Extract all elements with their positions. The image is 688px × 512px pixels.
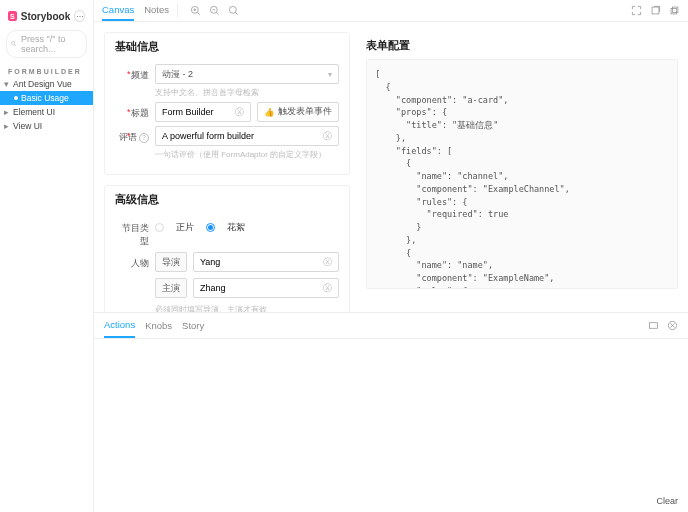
card-title-basic: 基础信息: [105, 33, 349, 60]
channel-hint: 支持中文名、拼音首字母检索: [155, 87, 339, 98]
brand-title: Storybook: [21, 11, 70, 22]
person-hint: 必须同时填写导演、主演才有效: [155, 304, 339, 312]
addon-tab-knobs[interactable]: Knobs: [145, 314, 172, 337]
json-output[interactable]: [ { "component": "a-card", "props": { "t…: [366, 59, 678, 289]
label-comment: 评语?: [115, 126, 155, 144]
clear-icon[interactable]: ⓧ: [323, 282, 332, 295]
caret-down-icon: ▾: [4, 79, 10, 89]
radio-opt2[interactable]: [206, 223, 215, 232]
zoom-reset-icon[interactable]: [228, 5, 239, 16]
card-title-config: 表单配置: [366, 32, 678, 59]
svg-rect-5: [672, 7, 678, 13]
caret-right-icon: ▸: [4, 107, 10, 117]
addon-orientation-icon[interactable]: [648, 320, 659, 331]
sidebar-menu-button[interactable]: ⋯: [74, 10, 85, 22]
copy-link-icon[interactable]: [669, 5, 680, 16]
caret-right-icon: ▸: [4, 121, 10, 131]
search-icon: [11, 40, 17, 48]
search-placeholder: Press "/" to search...: [21, 34, 82, 54]
actor-input[interactable]: ⓧ: [193, 278, 339, 298]
clear-icon[interactable]: ⓧ: [323, 130, 332, 143]
main: Canvas Notes 基础信息: [94, 0, 688, 512]
canvas-area: 基础信息 频道 动漫 - 2▾ 支持中文名、拼音首字母检索 标题: [94, 22, 688, 312]
addons-panel: Actions Knobs Story Clear: [94, 312, 688, 512]
addon-tab-story[interactable]: Story: [182, 314, 204, 337]
sidebar: S Storybook ⋯ Press "/" to search... FOR…: [0, 0, 94, 512]
addon-tab-actions[interactable]: Actions: [104, 313, 135, 338]
help-icon[interactable]: ?: [139, 133, 149, 143]
sidebar-item-antdesign[interactable]: ▾Ant Design Vue: [0, 77, 93, 91]
tag-director: 导演: [155, 252, 187, 272]
svg-rect-4: [671, 8, 677, 14]
title-input[interactable]: ⓧ: [155, 102, 251, 122]
label-channel: 频道: [115, 64, 155, 82]
sidebar-item-element-ui[interactable]: ▸Element UI: [0, 105, 93, 119]
clear-button[interactable]: Clear: [656, 496, 678, 506]
chevron-down-icon: ▾: [328, 70, 332, 79]
thumb-icon: 👍: [264, 107, 275, 117]
topbar: Canvas Notes: [94, 0, 688, 22]
story-dot-icon: [14, 96, 18, 100]
zoom-in-icon[interactable]: [190, 5, 201, 16]
svg-rect-3: [652, 7, 659, 14]
sidebar-item-view-ui[interactable]: ▸View UI: [0, 119, 93, 133]
comment-hint: 一句话评价（使用 FormAdaptor 的自定义字段）: [155, 149, 339, 160]
tag-actor: 主演: [155, 278, 187, 298]
director-input[interactable]: ⓧ: [193, 252, 339, 272]
card-title-advanced: 高级信息: [105, 186, 349, 213]
trigger-event-button[interactable]: 👍触发表单事件: [257, 102, 339, 122]
clear-icon[interactable]: ⓧ: [323, 256, 332, 269]
addon-close-icon[interactable]: [667, 320, 678, 331]
tab-canvas[interactable]: Canvas: [102, 0, 134, 21]
sidebar-item-basic-usage[interactable]: Basic Usage: [0, 91, 93, 105]
radio-opt1[interactable]: [155, 223, 164, 232]
storybook-logo: S: [8, 11, 17, 21]
svg-rect-6: [649, 323, 657, 329]
label-program-type: 节目类型: [115, 217, 155, 248]
search-input[interactable]: Press "/" to search...: [6, 30, 87, 58]
label-person: 人物: [115, 252, 155, 270]
zoom-out-icon[interactable]: [209, 5, 220, 16]
channel-select[interactable]: 动漫 - 2▾: [155, 64, 339, 84]
fullscreen-icon[interactable]: [631, 5, 642, 16]
comment-input[interactable]: ⓧ: [155, 126, 339, 146]
open-new-tab-icon[interactable]: [650, 5, 661, 16]
clear-icon[interactable]: ⓧ: [235, 106, 244, 119]
tab-notes[interactable]: Notes: [144, 0, 169, 21]
svg-point-2: [229, 6, 236, 13]
sidebar-section-label: FORMBUILDER: [0, 64, 93, 77]
label-title: 标题: [115, 102, 155, 120]
